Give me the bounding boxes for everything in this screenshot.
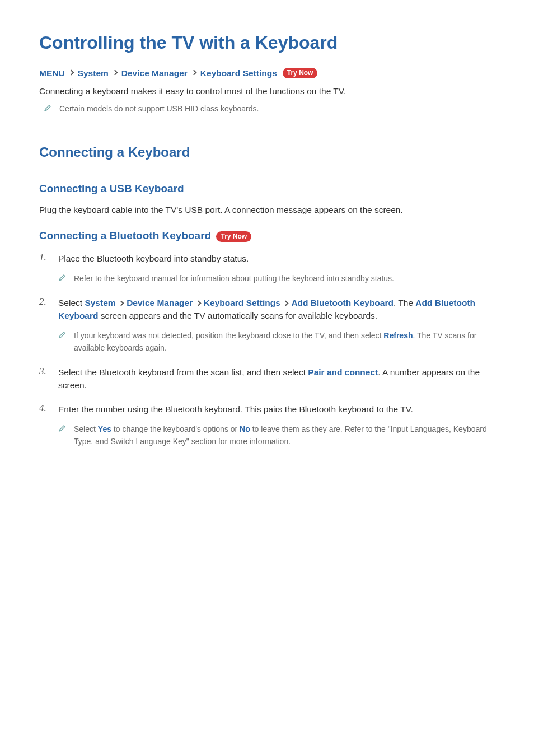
path-seg: Keyboard Settings: [204, 298, 280, 307]
path-seg: Device Manager: [127, 298, 193, 307]
pencil-icon: [58, 274, 66, 282]
note-text: If your keyboard was not detected, posit…: [74, 330, 495, 354]
pencil-icon: [58, 424, 66, 432]
note-pre: Select: [74, 424, 98, 433]
usb-body: Plug the keyboard cable into the TV's US…: [39, 205, 495, 215]
subheading-usb: Connecting a USB Keyboard: [39, 183, 495, 195]
chevron-right-icon: [68, 70, 74, 76]
pencil-icon: [44, 104, 51, 112]
path-seg: Add Bluetooth Keyboard: [291, 298, 394, 307]
list-number: 1.: [39, 252, 49, 285]
note-pre: If your keyboard was not detected, posit…: [74, 331, 383, 340]
nav-seg-menu: MENU: [39, 68, 65, 78]
subheading-bluetooth: Connecting a Bluetooth Keyboard Try Now: [39, 230, 495, 242]
try-now-badge[interactable]: Try Now: [216, 231, 251, 242]
note-row: Select Yes to change the keyboard's opti…: [58, 423, 495, 447]
intro-text: Connecting a keyboard makes it easy to c…: [39, 86, 495, 96]
pencil-icon: [58, 331, 66, 339]
note-row: Certain models do not support USB HID cl…: [44, 103, 495, 115]
chevron-right-icon: [112, 70, 118, 76]
ordered-list: 1. Place the Bluetooth keyboard into sta…: [39, 252, 495, 448]
list-number: 3.: [39, 366, 49, 392]
nav-seg-system: System: [78, 68, 109, 78]
step-text-pre: Select the Bluetooth keyboard from the s…: [58, 367, 308, 377]
try-now-badge[interactable]: Try Now: [283, 68, 318, 78]
list-item: 2. Select System Device Manager Keyboard…: [39, 296, 495, 354]
note-text: Certain models do not support USB HID cl…: [59, 103, 259, 115]
label-refresh: Refresh: [383, 331, 413, 340]
label-yes: Yes: [98, 424, 111, 433]
chevron-right-icon: [118, 300, 124, 306]
step-text: Place the Bluetooth keyboard into standb…: [58, 254, 249, 263]
chevron-right-icon: [195, 300, 201, 306]
label-no: No: [240, 424, 250, 433]
list-body: Select System Device Manager Keyboard Se…: [58, 296, 495, 354]
list-body: Select the Bluetooth keyboard from the s…: [58, 366, 495, 392]
list-body: Enter the number using the Bluetooth key…: [58, 403, 495, 448]
subheading-bluetooth-label: Connecting a Bluetooth Keyboard: [39, 230, 211, 241]
nav-seg-keyboard-settings: Keyboard Settings: [200, 68, 277, 78]
step-text-mid: . The: [394, 298, 415, 307]
nav-seg-device-manager: Device Manager: [121, 68, 188, 78]
note-text: Refer to the keyboard manual for informa…: [74, 273, 394, 285]
note-row: Refer to the keyboard manual for informa…: [58, 273, 495, 285]
list-number: 2.: [39, 296, 49, 354]
note-row: If your keyboard was not detected, posit…: [58, 330, 495, 354]
label-pair-connect: Pair and connect: [308, 367, 378, 377]
list-item: 1. Place the Bluetooth keyboard into sta…: [39, 252, 495, 285]
list-item: 3. Select the Bluetooth keyboard from th…: [39, 366, 495, 392]
list-body: Place the Bluetooth keyboard into standb…: [58, 252, 495, 285]
step-text-post: screen appears and the TV automatically …: [99, 311, 378, 320]
path-seg: System: [85, 298, 115, 307]
step-text-pre: Select: [58, 298, 85, 307]
chevron-right-icon: [191, 70, 196, 76]
step-text: Enter the number using the Bluetooth key…: [58, 404, 413, 414]
list-number: 4.: [39, 403, 49, 448]
chevron-right-icon: [283, 300, 289, 306]
note-text: Select Yes to change the keyboard's opti…: [74, 423, 495, 447]
page-title: Controlling the TV with a Keyboard: [39, 32, 495, 53]
note-mid: to change the keyboard's options or: [111, 424, 240, 433]
list-item: 4. Enter the number using the Bluetooth …: [39, 403, 495, 448]
menu-path: MENU System Device Manager Keyboard Sett…: [39, 68, 495, 78]
document-page: Controlling the TV with a Keyboard MENU …: [0, 0, 534, 498]
section-heading-connecting: Connecting a Keyboard: [39, 144, 495, 160]
